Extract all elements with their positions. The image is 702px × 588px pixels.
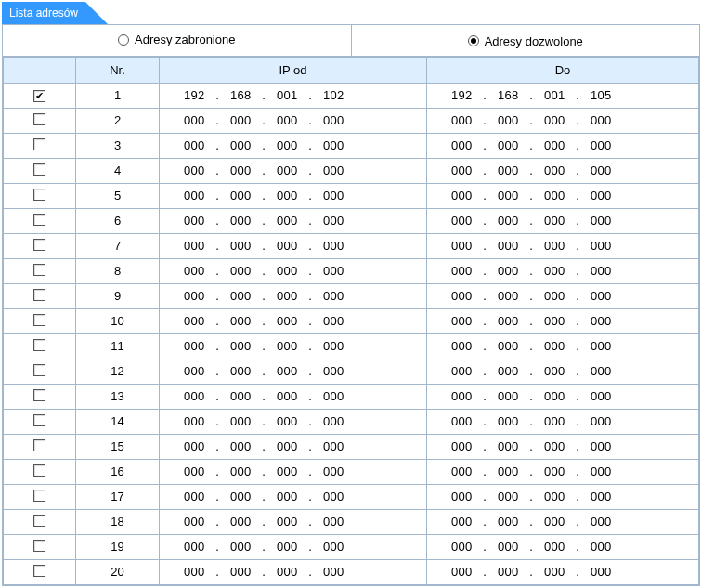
row-ip-from[interactable]: 000 . 000 . 000 . 000 [160, 258, 427, 283]
tab-address-list[interactable]: Lista adresów [2, 2, 85, 24]
row-ip-from[interactable]: 000 . 000 . 000 . 000 [160, 208, 427, 233]
row-checkbox[interactable] [33, 490, 46, 502]
row-checkbox[interactable] [33, 90, 46, 102]
row-ip-to[interactable]: 000 . 000 . 000 . 000 [427, 333, 699, 359]
radio-forbidden-label: Adresy zabronione [135, 33, 235, 46]
row-ip-to[interactable]: 192 . 168 . 001 . 105 [427, 83, 699, 108]
row-nr: 10 [76, 308, 160, 333]
row-nr: 8 [76, 258, 160, 283]
row-ip-from[interactable]: 000 . 000 . 000 . 000 [160, 283, 427, 308]
row-nr: 17 [76, 484, 160, 509]
row-nr: 4 [76, 158, 160, 183]
row-nr: 6 [76, 208, 160, 233]
radio-cell-allowed[interactable]: Adresy dozwolone [352, 25, 700, 56]
row-ip-to[interactable]: 000 . 000 . 000 . 000 [427, 459, 699, 484]
row-checkbox[interactable] [33, 339, 46, 351]
row-checkbox[interactable] [33, 314, 46, 326]
row-ip-to[interactable]: 000 . 000 . 000 . 000 [427, 409, 699, 434]
row-checkbox[interactable] [33, 414, 46, 426]
row-ip-to[interactable]: 000 . 000 . 000 . 000 [427, 208, 699, 233]
row-ip-from[interactable]: 000 . 000 . 000 . 000 [160, 158, 427, 183]
radio-allowed-label: Adresy dozwolone [485, 34, 583, 48]
table-row: 13000 . 000 . 000 . 000000 . 000 . 000 .… [4, 384, 699, 409]
col-header-from: IP od [160, 57, 427, 83]
row-ip-from[interactable]: 000 . 000 . 000 . 000 [160, 459, 427, 484]
row-ip-to[interactable]: 000 . 000 . 000 . 000 [427, 509, 699, 534]
row-ip-to[interactable]: 000 . 000 . 000 . 000 [427, 108, 699, 133]
row-checkbox[interactable] [33, 214, 46, 226]
row-ip-to[interactable]: 000 . 000 . 000 . 000 [427, 559, 699, 584]
row-checkbox[interactable] [33, 540, 46, 552]
row-nr: 19 [76, 534, 160, 559]
col-header-to: Do [427, 57, 699, 83]
row-ip-from[interactable]: 000 . 000 . 000 . 000 [160, 409, 427, 434]
row-checkbox[interactable] [33, 113, 46, 125]
row-ip-from[interactable]: 000 . 000 . 000 . 000 [160, 333, 427, 359]
row-ip-from[interactable]: 000 . 000 . 000 . 000 [160, 484, 427, 509]
table-row: 1192 . 168 . 001 . 102192 . 168 . 001 . … [4, 83, 699, 108]
col-header-check [4, 57, 76, 83]
row-ip-from[interactable]: 000 . 000 . 000 . 000 [160, 183, 427, 208]
row-nr: 7 [76, 233, 160, 258]
row-ip-to[interactable]: 000 . 000 . 000 . 000 [427, 133, 699, 158]
row-ip-to[interactable]: 000 . 000 . 000 . 000 [427, 233, 699, 258]
row-ip-from[interactable]: 000 . 000 . 000 . 000 [160, 509, 427, 534]
row-ip-from[interactable]: 000 . 000 . 000 . 000 [160, 384, 427, 409]
table-row: 4000 . 000 . 000 . 000000 . 000 . 000 . … [4, 158, 699, 183]
row-ip-from[interactable]: 000 . 000 . 000 . 000 [160, 308, 427, 333]
table-row: 11000 . 000 . 000 . 000000 . 000 . 000 .… [4, 333, 699, 359]
row-checkbox[interactable] [33, 289, 46, 301]
row-nr: 11 [76, 333, 160, 359]
row-ip-from[interactable]: 000 . 000 . 000 . 000 [160, 108, 427, 133]
table-row: 12000 . 000 . 000 . 000000 . 000 . 000 .… [4, 359, 699, 384]
row-nr: 14 [76, 409, 160, 434]
row-ip-from[interactable]: 000 . 000 . 000 . 000 [160, 233, 427, 258]
radio-cell-forbidden[interactable]: Adresy zabronione [3, 25, 352, 56]
row-checkbox[interactable] [33, 364, 46, 376]
row-nr: 3 [76, 133, 160, 158]
row-ip-to[interactable]: 000 . 000 . 000 . 000 [427, 384, 699, 409]
address-table: Nr. IP od Do 1192 . 168 . 001 . 102192 .… [3, 57, 699, 585]
table-row: 14000 . 000 . 000 . 000000 . 000 . 000 .… [4, 409, 699, 434]
table-row: 17000 . 000 . 000 . 000000 . 000 . 000 .… [4, 484, 699, 509]
table-row: 18000 . 000 . 000 . 000000 . 000 . 000 .… [4, 509, 699, 534]
row-checkbox[interactable] [33, 565, 46, 577]
row-checkbox[interactable] [33, 264, 46, 276]
row-ip-to[interactable]: 000 . 000 . 000 . 000 [427, 258, 699, 283]
row-checkbox[interactable] [33, 515, 46, 527]
table-row: 6000 . 000 . 000 . 000000 . 000 . 000 . … [4, 208, 699, 233]
row-checkbox[interactable] [33, 239, 46, 251]
radio-forbidden[interactable] [118, 34, 129, 46]
row-checkbox[interactable] [33, 189, 46, 201]
row-ip-from[interactable]: 000 . 000 . 000 . 000 [160, 559, 427, 584]
row-checkbox[interactable] [33, 163, 46, 176]
row-nr: 20 [76, 559, 160, 584]
row-checkbox[interactable] [33, 389, 46, 401]
table-row: 20000 . 000 . 000 . 000000 . 000 . 000 .… [4, 559, 699, 584]
row-ip-from[interactable]: 000 . 000 . 000 . 000 [160, 359, 427, 384]
row-ip-from[interactable]: 000 . 000 . 000 . 000 [160, 434, 427, 459]
row-ip-to[interactable]: 000 . 000 . 000 . 000 [427, 359, 699, 384]
row-ip-from[interactable]: 000 . 000 . 000 . 000 [160, 133, 427, 158]
row-nr: 13 [76, 384, 160, 409]
table-row: 16000 . 000 . 000 . 000000 . 000 . 000 .… [4, 459, 699, 484]
row-checkbox[interactable] [33, 138, 46, 150]
row-ip-to[interactable]: 000 . 000 . 000 . 000 [427, 183, 699, 208]
row-ip-to[interactable]: 000 . 000 . 000 . 000 [427, 283, 699, 308]
row-ip-to[interactable]: 000 . 000 . 000 . 000 [427, 534, 699, 559]
row-nr: 5 [76, 183, 160, 208]
row-ip-to[interactable]: 000 . 000 . 000 . 000 [427, 158, 699, 183]
row-checkbox[interactable] [33, 464, 46, 477]
radio-allowed[interactable] [468, 35, 479, 46]
row-ip-from[interactable]: 000 . 000 . 000 . 000 [160, 534, 427, 559]
table-row: 19000 . 000 . 000 . 000000 . 000 . 000 .… [4, 534, 699, 559]
table-row: 7000 . 000 . 000 . 000000 . 000 . 000 . … [4, 233, 699, 258]
row-nr: 9 [76, 283, 160, 308]
row-nr: 16 [76, 459, 160, 484]
tab-label: Lista adresów [9, 7, 78, 20]
row-ip-to[interactable]: 000 . 000 . 000 . 000 [427, 484, 699, 509]
row-ip-to[interactable]: 000 . 000 . 000 . 000 [427, 308, 699, 333]
row-checkbox[interactable] [33, 439, 46, 451]
row-ip-to[interactable]: 000 . 000 . 000 . 000 [427, 434, 699, 459]
row-ip-from[interactable]: 192 . 168 . 001 . 102 [160, 83, 427, 108]
